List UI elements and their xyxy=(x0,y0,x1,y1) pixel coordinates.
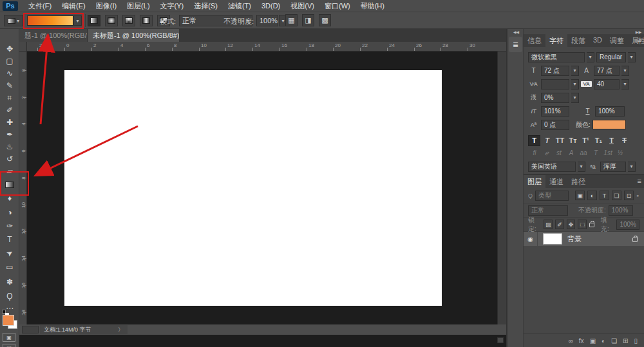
chevron-down-icon[interactable]: ▾ xyxy=(571,79,579,89)
tracking-field[interactable]: 40 xyxy=(594,79,620,89)
text-color-swatch[interactable] xyxy=(592,120,626,129)
tab-layers[interactable]: 图层 xyxy=(524,175,545,188)
swash-button[interactable]: A xyxy=(566,149,576,156)
lock-artboard-icon[interactable]: ⬚ xyxy=(578,220,587,229)
strikethrough-button[interactable]: T xyxy=(618,135,630,146)
resize-grip[interactable] xyxy=(497,337,504,343)
menu-type[interactable]: 文字(Y) xyxy=(155,1,189,11)
eyedropper-tool[interactable]: ✐ xyxy=(0,104,19,116)
tab-paths[interactable]: 路径 xyxy=(567,175,589,188)
delete-layer-icon[interactable]: ▯ xyxy=(634,337,638,344)
panel-menu-icon[interactable]: ≡ xyxy=(638,36,641,44)
link-layers-icon[interactable]: ∞ xyxy=(569,337,573,344)
brush-tool[interactable]: ✒ xyxy=(0,129,19,140)
small-caps-button[interactable]: Tт xyxy=(567,135,579,146)
chevron-down-icon[interactable]: ▾ xyxy=(578,162,585,172)
ruler-origin-corner[interactable] xyxy=(19,42,27,52)
gradient-picker-caret[interactable]: ▾ xyxy=(73,15,82,26)
lock-image-pixels-icon[interactable]: ✐ xyxy=(555,220,564,229)
menu-file[interactable]: 文件(F) xyxy=(23,1,57,11)
rectangle-tool[interactable]: ▭ xyxy=(0,261,19,273)
layer-opacity-field[interactable]: 100% xyxy=(609,205,633,216)
collapse-panels-icon[interactable]: ▶▶ xyxy=(636,30,641,34)
tab-channels[interactable]: 通道 xyxy=(545,175,567,188)
language-dropdown[interactable]: 美国英语 xyxy=(528,162,576,172)
subscript-button[interactable]: T₁ xyxy=(592,135,605,146)
ordinals-button[interactable]: 1st xyxy=(603,149,613,156)
stylistic-alternates-button[interactable]: aa xyxy=(578,149,589,156)
reverse-toggle-button[interactable]: ▦ xyxy=(285,14,298,26)
filter-smart-objects-icon[interactable]: ⊡ xyxy=(624,191,634,200)
screen-mode-button[interactable]: ❏ xyxy=(3,344,15,347)
chevron-down-icon[interactable]: ▾ xyxy=(587,52,594,62)
adjustment-layer-icon[interactable]: ◐ xyxy=(601,337,605,344)
tab-properties[interactable]: 属性 xyxy=(628,34,644,47)
layer-fill-field[interactable]: 100% xyxy=(616,220,639,230)
chevron-down-icon[interactable]: ▾ xyxy=(621,66,629,76)
layer-mask-icon[interactable]: ▣ xyxy=(590,337,596,344)
hand-tool[interactable]: ✽ xyxy=(0,276,19,288)
tool-preset-dropdown[interactable]: ▾ xyxy=(4,15,23,26)
linear-gradient-button[interactable] xyxy=(88,15,100,26)
faux-italic-button[interactable]: T xyxy=(541,135,553,146)
quick-selection-tool[interactable]: ✎ xyxy=(0,80,19,91)
zoom-percent-field[interactable] xyxy=(22,326,39,333)
expand-panels-icon[interactable]: ◀◀ xyxy=(513,30,519,34)
document-info[interactable]: 文档:1.14M/0 字节 〉 xyxy=(40,325,128,334)
history-brush-tool[interactable]: ↺ xyxy=(0,153,19,165)
horizontal-ruler[interactable]: 2 0 2 4 6 8 10 12 14 16 18 20 22 24 26 2… xyxy=(27,42,509,52)
fractions-button[interactable]: ½ xyxy=(615,149,625,156)
angle-gradient-button[interactable] xyxy=(122,15,135,26)
anti-alias-dropdown[interactable]: 浑厚 xyxy=(600,162,626,172)
filter-type-layers-icon[interactable]: T xyxy=(600,191,609,200)
document-canvas[interactable] xyxy=(64,70,442,306)
blur-tool[interactable]: ♦ xyxy=(0,192,19,204)
marquee-tool[interactable]: ▢ xyxy=(0,55,19,67)
opacity-field[interactable]: 100% xyxy=(256,15,278,26)
proportional-spacing-field[interactable]: 0% xyxy=(541,93,569,103)
layer-group-icon[interactable]: ❏ xyxy=(611,337,617,344)
filter-toggle-icon[interactable]: ● xyxy=(636,193,639,198)
leading-field[interactable]: 77 点 xyxy=(594,66,620,76)
menu-edit[interactable]: 编辑(E) xyxy=(57,1,91,11)
layer-blend-mode-dropdown[interactable]: 正常 xyxy=(528,205,568,216)
faux-bold-button[interactable]: T xyxy=(528,135,540,146)
eraser-tool[interactable]: ▱ xyxy=(0,165,19,177)
panel-menu-icon[interactable]: ≡ xyxy=(638,177,641,185)
transparency-toggle-button[interactable]: ▩ xyxy=(319,14,331,26)
lock-all-icon[interactable] xyxy=(589,223,594,227)
chevron-down-icon[interactable]: ▾ xyxy=(571,66,579,76)
dither-toggle-button[interactable]: ◨ xyxy=(302,14,314,26)
move-tool[interactable]: ✥ xyxy=(0,43,19,55)
reflected-gradient-button[interactable] xyxy=(140,15,153,26)
status-expand-icon[interactable]: 〉 xyxy=(118,326,124,334)
gradient-preview[interactable] xyxy=(27,15,73,26)
tab-3d[interactable]: 3D xyxy=(589,34,606,47)
history-panel-button[interactable]: ≣ xyxy=(509,37,522,52)
font-style-dropdown[interactable]: Regular xyxy=(596,52,626,62)
radial-gradient-button[interactable] xyxy=(105,15,118,26)
menu-select[interactable]: 选择(S) xyxy=(189,1,223,11)
menu-view[interactable]: 视图(V) xyxy=(285,1,319,11)
chevron-down-icon[interactable]: ▾ xyxy=(621,79,629,89)
titling-alternates-button[interactable]: T xyxy=(591,149,601,156)
healing-brush-tool[interactable]: ✚ xyxy=(0,117,19,128)
tab-info[interactable]: 信息 xyxy=(524,34,545,47)
gradient-tool[interactable] xyxy=(0,179,19,191)
layer-thumbnail[interactable] xyxy=(543,233,562,245)
foreground-color-swatch[interactable] xyxy=(3,315,14,326)
zoom-tool[interactable]: Ϙ xyxy=(0,290,19,302)
pen-tool[interactable]: ✑ xyxy=(0,220,19,232)
vertical-scrollbar[interactable] xyxy=(497,52,506,324)
layer-visibility-toggle[interactable]: ◉ xyxy=(524,232,538,246)
canvas-viewport[interactable] xyxy=(27,52,497,324)
horizontal-scale-field[interactable]: 100% xyxy=(595,106,625,117)
filter-shape-layers-icon[interactable]: ❏ xyxy=(612,191,621,200)
underline-button[interactable]: T xyxy=(605,135,618,146)
menu-filter[interactable]: 滤镜(T) xyxy=(223,1,256,11)
kerning-field[interactable] xyxy=(541,79,569,89)
chevron-down-icon[interactable]: ▾ xyxy=(628,52,636,62)
superscript-button[interactable]: T¹ xyxy=(580,135,592,146)
lock-transparent-pixels-icon[interactable]: ▨ xyxy=(544,220,553,229)
type-tool[interactable]: T xyxy=(0,234,19,245)
